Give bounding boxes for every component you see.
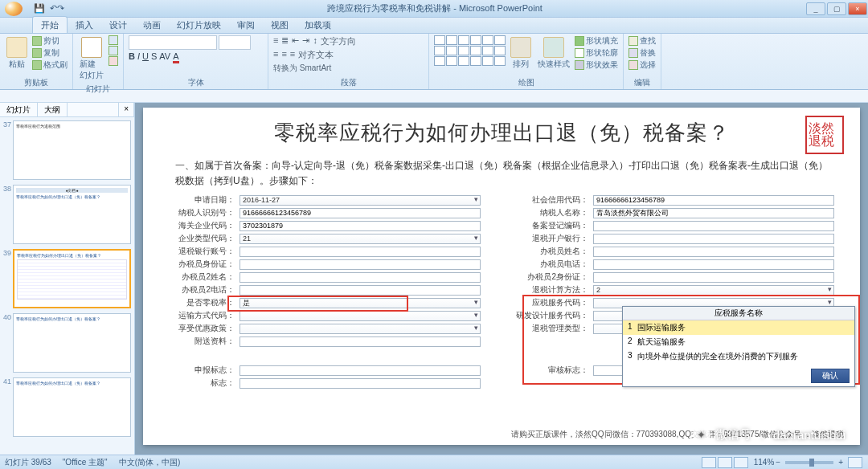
thumbnail-list[interactable]: 37零税率应税行为退税范围 38●文档●零税率应税行为如何办理出口退（免）税备案… <box>0 117 134 455</box>
smartart-button[interactable]: 转换为 SmartArt <box>273 63 331 74</box>
view-slideshow-button[interactable] <box>734 457 748 468</box>
tab-view[interactable]: 视图 <box>263 17 297 33</box>
tab-addin[interactable]: 加载项 <box>297 17 339 33</box>
field-date[interactable]: 2016-11-27 <box>240 195 481 206</box>
status-language[interactable]: 中文(简体，中国) <box>119 457 181 468</box>
field-enterprise-type[interactable]: 21 <box>240 234 481 244</box>
align-center-button[interactable]: ≡ <box>281 49 286 61</box>
pane-tab-outline[interactable]: 大纲 <box>38 103 68 116</box>
find-button[interactable]: 查找 <box>628 35 656 47</box>
shape-outline-button[interactable]: 形状轮廓 <box>575 47 618 59</box>
field-customs-code[interactable] <box>240 221 481 231</box>
service-dropdown[interactable]: 应税服务名称 1国际运输服务 2航天运输服务 3向境外单位提供的完全在境外消费的… <box>622 306 855 387</box>
quick-styles-button[interactable]: 快速样式 <box>536 35 571 71</box>
dropdown-row-3[interactable]: 3向境外单位提供的完全在境外消费的下列服务 <box>623 349 854 364</box>
tab-insert[interactable]: 插入 <box>68 17 101 33</box>
bold-button[interactable]: B <box>129 51 135 63</box>
field-officer2-id[interactable] <box>593 272 834 283</box>
align-text-button[interactable]: 对齐文本 <box>298 49 334 61</box>
italic-button[interactable]: I <box>137 51 140 63</box>
font-family-select[interactable] <box>129 35 217 50</box>
field-officer2-name[interactable] <box>240 272 481 283</box>
qat-undo-icon[interactable]: ↶ <box>50 3 57 14</box>
thumb-39[interactable]: 39零税率应税行为如何办理出口退（免）税备案？ <box>2 249 131 308</box>
zoom-slider[interactable] <box>785 461 833 464</box>
bullets-button[interactable]: ≡ <box>273 35 278 47</box>
field-zero-rate[interactable]: 是 <box>240 298 481 308</box>
new-slide-button[interactable]: 新建 幻灯片 <box>78 35 105 83</box>
field-flag[interactable] <box>240 378 481 389</box>
zoom-value[interactable]: 114% <box>754 458 775 467</box>
select-button[interactable]: 选择 <box>628 59 656 71</box>
filing-form: 申请日期：2016-11-27 社会信用代码： 纳税人识别号： 纳税人名称： 海… <box>167 194 836 389</box>
shape-fill-button[interactable]: 形状填充 <box>575 35 618 47</box>
align-left-button[interactable]: ≡ <box>273 49 278 61</box>
slide-editor[interactable]: 淡然退税 零税率应税行为如何办理出口退（免）税备案？ 一、如属于首次备案：向导-… <box>135 103 868 455</box>
field-transport-mode[interactable] <box>240 311 481 321</box>
underline-button[interactable]: U <box>142 51 149 63</box>
group-font: B I U S AV A 字体 <box>124 34 268 89</box>
thumb-40[interactable]: 40零税率应税行为如何办理出口退（免）税备案？ <box>2 313 131 373</box>
font-size-select[interactable] <box>219 35 251 50</box>
thumb-41[interactable]: 41零税率应税行为如何办理出口退（免）税备案？ <box>2 377 131 437</box>
reset-button[interactable] <box>108 46 118 55</box>
dropdown-row-1[interactable]: 1国际运输服务 <box>623 320 854 335</box>
qat-redo-icon[interactable]: ↷ <box>57 3 64 14</box>
paste-button[interactable]: 粘贴 <box>5 35 29 71</box>
field-social-code[interactable] <box>593 195 834 206</box>
field-officer-phone[interactable] <box>593 259 834 270</box>
format-painter-button[interactable]: 格式刷 <box>32 59 68 71</box>
field-officer2-phone[interactable] <box>240 285 481 296</box>
arrange-button[interactable]: 排列 <box>509 35 533 71</box>
field-incentive-policy[interactable] <box>240 324 481 334</box>
copy-button[interactable]: 复制 <box>32 47 68 59</box>
dropdown-confirm-button[interactable]: 确认 <box>811 369 850 383</box>
tab-slideshow[interactable]: 幻灯片放映 <box>169 17 229 33</box>
indent-inc-button[interactable]: ⇥ <box>302 35 309 47</box>
qat-save-icon[interactable]: 💾 <box>34 3 45 14</box>
close-button[interactable]: × <box>848 2 867 15</box>
thumb-37[interactable]: 37零税率应税行为退税范围 <box>2 120 131 180</box>
tab-anim[interactable]: 动画 <box>135 17 169 33</box>
text-direction-button[interactable]: 文字方向 <box>321 35 356 47</box>
replace-button[interactable]: 替换 <box>628 47 656 59</box>
shadow-button[interactable]: AV <box>159 51 170 63</box>
pane-tab-slides[interactable]: 幻灯片 <box>0 103 38 116</box>
shapes-gallery[interactable] <box>434 35 506 66</box>
minimize-button[interactable]: _ <box>806 2 825 15</box>
office-orb[interactable] <box>5 2 23 16</box>
font-color-button[interactable]: A <box>173 51 178 63</box>
dropdown-row-2[interactable]: 2航天运输服务 <box>623 335 854 349</box>
numbering-button[interactable]: ≣ <box>281 35 289 47</box>
cut-button[interactable]: 剪切 <box>32 35 68 47</box>
zoom-out-button[interactable]: − <box>776 458 780 467</box>
field-tax-id[interactable] <box>240 208 481 218</box>
field-attachments[interactable] <box>240 336 481 347</box>
field-filing-code[interactable] <box>593 221 834 231</box>
slide-canvas: 淡然退税 零税率应税行为如何办理出口退（免）税备案？ 一、如属于首次备案：向导-… <box>143 108 860 445</box>
field-refund-method[interactable]: 2 <box>593 285 834 296</box>
fit-window-button[interactable] <box>848 457 862 468</box>
shape-effects-button[interactable]: 形状效果 <box>575 59 618 71</box>
tab-design[interactable]: 设计 <box>101 17 135 33</box>
view-sorter-button[interactable] <box>718 457 732 468</box>
field-officer-id[interactable] <box>240 259 481 270</box>
field-declare-flag[interactable] <box>240 365 481 376</box>
layout-button[interactable] <box>108 35 118 45</box>
maximize-button[interactable]: ▢ <box>827 2 846 15</box>
field-bank[interactable] <box>593 234 834 244</box>
zoom-in-button[interactable]: + <box>838 458 843 467</box>
tab-review[interactable]: 审阅 <box>229 17 263 33</box>
line-spacing-button[interactable]: ↕ <box>313 35 317 47</box>
tab-home[interactable]: 开始 <box>32 16 68 33</box>
pane-close-icon[interactable]: × <box>119 103 134 116</box>
strike-button[interactable]: S <box>151 51 157 63</box>
align-right-button[interactable]: ≡ <box>290 49 295 61</box>
field-officer-name[interactable] <box>593 247 834 257</box>
thumb-38[interactable]: 38●文档●零税率应税行为如何办理出口退（免）税备案？ <box>2 185 131 244</box>
field-taxpayer-name[interactable] <box>593 208 834 218</box>
indent-dec-button[interactable]: ⇤ <box>292 35 299 47</box>
field-bank-account[interactable] <box>240 247 481 257</box>
view-normal-button[interactable] <box>702 457 716 468</box>
delete-slide-button[interactable] <box>108 56 118 66</box>
